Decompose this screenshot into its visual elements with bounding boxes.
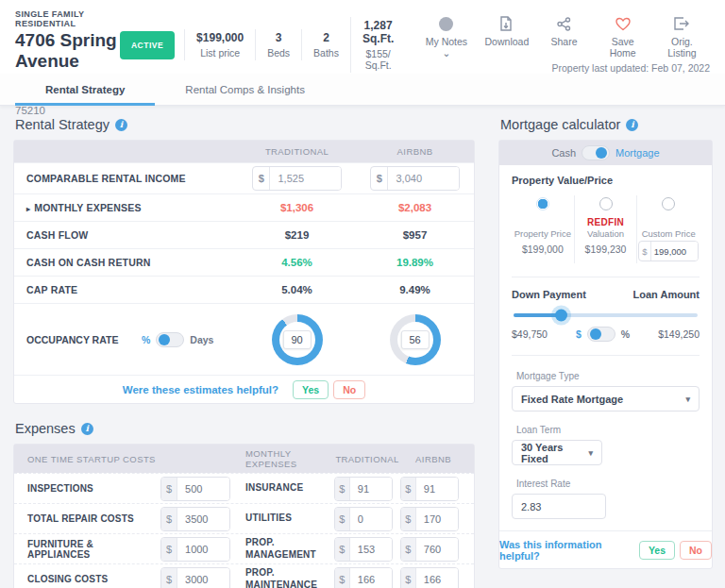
interest-rate-input[interactable] — [512, 494, 606, 519]
unit-percent[interactable]: % — [142, 334, 150, 345]
occupancy-donut-traditional: 90 — [272, 314, 323, 365]
mortgage-type-select[interactable]: Fixed Rate Mortgage ▾ — [512, 386, 700, 412]
strategy-table-header: TRADITIONAL AIRBNB — [14, 141, 474, 162]
info-icon[interactable]: i — [115, 119, 127, 131]
radio-selected-icon[interactable] — [536, 197, 549, 210]
cash-flow-airbnb: $957 — [356, 229, 474, 241]
loan-term-select[interactable]: 30 Years Fixed ▾ — [512, 440, 602, 465]
repair-costs-input[interactable]: $ — [160, 507, 230, 531]
custom-price-option[interactable]: Custom Price $ — [636, 195, 700, 263]
cash-mortgage-toggle[interactable] — [582, 145, 610, 160]
utilities-traditional-input[interactable]: $ — [334, 507, 393, 531]
slider-handle[interactable] — [555, 310, 567, 322]
occupancy-label: OCCUPANCY RATE — [26, 334, 142, 345]
inspections-input[interactable]: $ — [160, 477, 230, 501]
prop-mgmt-traditional-input[interactable]: $ — [334, 537, 393, 562]
monthly-expenses-airbnb: $2,083 — [356, 202, 474, 213]
monthly-expenses-traditional: $1,306 — [238, 202, 356, 213]
occupancy-value-airbnb[interactable]: 56 — [400, 330, 429, 349]
property-address: 4706 Spring Avenue — [15, 30, 120, 72]
furniture-input[interactable]: $ — [160, 537, 230, 562]
insurance-airbnb-input[interactable]: $ — [400, 477, 459, 501]
dollar-sign: $ — [371, 167, 388, 190]
save-home-button[interactable]: Save Home — [602, 15, 644, 59]
yes-button[interactable]: Yes — [293, 380, 329, 399]
stat-sqft: 1,287 Sq.Ft. $155/ Sq.Ft. — [350, 17, 405, 73]
prop-maint-traditional-input[interactable]: $ — [334, 567, 393, 588]
notes-avatar-icon — [439, 17, 453, 31]
row-cash-on-cash: CASH ON CASH RETURN 4.56% 19.89% — [14, 248, 474, 276]
occupancy-donut-airbnb: 56 — [390, 314, 441, 365]
no-button[interactable]: No — [680, 541, 712, 560]
orig-listing-button[interactable]: Orig. Listing — [661, 15, 703, 59]
feedback-question: Was this information helpful? — [499, 539, 625, 562]
property-value-label: Property Value/Price — [512, 175, 700, 186]
cap-rate-airbnb: 9.49% — [356, 284, 474, 295]
rental-income-traditional-input[interactable]: $ — [252, 166, 342, 191]
tab-rental-strategy[interactable]: Rental Strategy — [15, 76, 155, 105]
pdf-file-icon — [485, 15, 527, 32]
expenses-table-header: ONE TIME STARTUP COSTS MONTHLY EXPENSES … — [14, 445, 474, 473]
property-type: SINGLE FAMILY RESIDENTIAL — [15, 9, 120, 28]
unit-days[interactable]: Days — [190, 334, 213, 345]
stat-list-price: $199,000 List price — [184, 29, 255, 60]
yes-button[interactable]: Yes — [639, 541, 675, 560]
traditional-header: TRADITIONAL — [334, 454, 400, 464]
download-button[interactable]: Download — [485, 15, 527, 59]
radio-icon[interactable] — [599, 197, 613, 210]
down-payment-slider[interactable] — [514, 313, 698, 317]
mortgage-calculator-title: Mortgage calculator i — [500, 117, 713, 132]
row-cash-flow: CASH FLOW $219 $957 — [14, 221, 474, 248]
property-price-option[interactable]: Property Price $199,000 — [512, 195, 574, 263]
loan-settings-section: Mortgage Type Fixed Rate Mortgage ▾ Loan… — [499, 358, 712, 530]
insurance-traditional-input[interactable]: $ — [334, 477, 393, 501]
custom-price-input[interactable]: $ — [638, 241, 699, 261]
rental-strategy-title: Rental Strategy i — [15, 117, 475, 132]
no-button[interactable]: No — [333, 380, 365, 399]
dropdown-arrow-icon: ▾ — [685, 395, 690, 404]
cash-option[interactable]: Cash — [551, 147, 576, 159]
occupancy-unit-toggle[interactable] — [156, 332, 184, 347]
rental-strategy-card: TRADITIONAL AIRBNB COMPARABLE RENTAL INC… — [13, 140, 475, 404]
expand-arrow-icon[interactable]: ▸ — [26, 205, 30, 213]
dollar-percent-toggle[interactable] — [587, 327, 615, 342]
radio-icon[interactable] — [662, 197, 675, 210]
expense-row: INSPECTIONS $ INSURANCE $ $ — [14, 473, 474, 503]
mortgage-feedback: Was this information helpful? Yes No — [499, 530, 712, 568]
dollar-sign: $ — [253, 167, 270, 190]
chevron-down-icon: ⌄ — [443, 47, 451, 59]
info-icon[interactable]: i — [81, 423, 93, 435]
expense-row: CLOSING COSTS $ PROP. MAINTENANCE $ $ — [14, 563, 474, 588]
prop-maint-airbnb-input[interactable]: $ — [400, 567, 459, 588]
unit-percent[interactable]: % — [621, 328, 630, 340]
col-traditional: TRADITIONAL — [238, 146, 356, 157]
row-monthly-expenses[interactable]: ▸MONTHLY EXPENSES $1,306 $2,083 — [14, 193, 474, 221]
estimates-feedback: Were these estimates helpful? Yes No — [14, 375, 474, 403]
closing-costs-input[interactable]: $ — [160, 567, 230, 588]
share-nodes-icon — [544, 15, 585, 32]
rental-income-airbnb-input[interactable]: $ — [370, 166, 460, 191]
share-button[interactable]: Share — [544, 15, 585, 59]
col-airbnb: AIRBNB — [356, 146, 474, 157]
redfin-valuation-option[interactable]: REDFIN Valuation $199,230 — [574, 195, 637, 263]
property-value-section: Property Value/Price Property Price $199… — [499, 165, 712, 275]
row-occupancy-rate: OCCUPANCY RATE % Days 90 56 — [14, 303, 474, 375]
down-payment-value: $49,750 — [512, 328, 548, 340]
loan-amount-value: $149,250 — [658, 328, 700, 340]
tab-bar: Rental Strategy Rental Comps & Insights — [0, 74, 725, 106]
cap-rate-traditional: 5.04% — [238, 284, 356, 295]
occupancy-value-traditional[interactable]: 90 — [282, 330, 311, 349]
my-notes-button[interactable]: My Notes ⌄ — [425, 15, 467, 59]
loan-term-label: Loan Term — [516, 425, 700, 435]
info-icon[interactable]: i — [626, 119, 638, 131]
unit-dollar[interactable]: $ — [576, 328, 582, 340]
expenses-title: Expenses i — [15, 421, 475, 436]
mortgage-type-label: Mortgage Type — [516, 371, 700, 381]
tab-rental-comps[interactable]: Rental Comps & Insights — [155, 76, 335, 105]
expense-row: FURNITURE & APPLIANCES $ PROP. MANAGEMEN… — [14, 533, 474, 563]
mortgage-calculator-card: Cash Mortgage Property Value/Price Prope… — [498, 140, 713, 569]
coc-traditional: 4.56% — [238, 257, 356, 268]
prop-mgmt-airbnb-input[interactable]: $ — [400, 537, 459, 562]
mortgage-option[interactable]: Mortgage — [615, 147, 659, 159]
utilities-airbnb-input[interactable]: $ — [400, 507, 459, 531]
